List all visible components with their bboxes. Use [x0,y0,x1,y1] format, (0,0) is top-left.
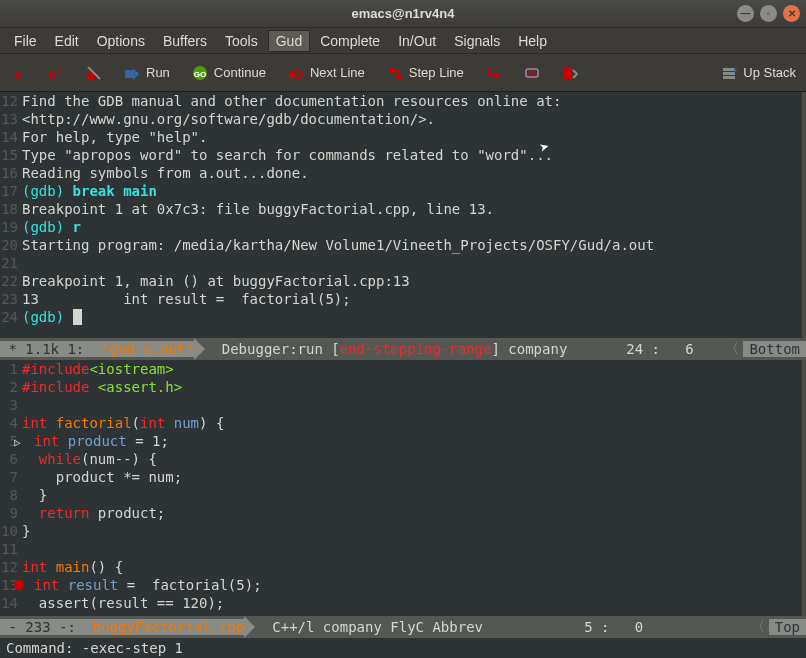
tb-finish[interactable] [486,65,502,81]
tb-break[interactable]: p [10,65,26,81]
tb-run[interactable]: Run [124,65,170,81]
menu-signals[interactable]: Signals [446,30,508,52]
tb-watch[interactable] [524,65,540,81]
tb-upstack[interactable]: Up Stack [721,65,796,81]
finish-icon [486,65,502,81]
tb-remove-break[interactable] [86,65,102,81]
remove-bp-icon [86,65,102,81]
gud-buffer[interactable]: 12Find the GDB manual and other document… [0,92,806,338]
print-icon [562,65,578,81]
breakpoint-icon[interactable] [14,580,24,590]
menu-help[interactable]: Help [510,30,555,52]
menu-buffers[interactable]: Buffers [155,30,215,52]
svg-rect-11 [723,72,735,75]
svg-rect-5 [389,68,394,73]
buffer-name-source: buggyFactorial.cpp [93,619,245,635]
next-icon [288,65,304,81]
upstack-label: Up Stack [743,65,796,80]
tb-next[interactable]: Next Line [288,65,365,81]
toolbar: p p* Run GO Continue Next Line Step Line… [0,54,806,92]
svg-text:GO: GO [194,70,206,79]
svg-rect-9 [564,67,572,79]
menu-complete[interactable]: Complete [312,30,388,52]
buffer-name: *gud-a.out* [101,341,194,357]
source-buffer[interactable]: 1#include<iostream> 2#include <assert.h>… [0,360,806,616]
cursor [73,309,82,325]
svg-rect-4 [290,71,296,77]
svg-rect-10 [723,68,735,71]
menubar: File Edit Options Buffers Tools Gud Comp… [0,28,806,54]
svg-rect-12 [723,76,735,79]
tb-tbreak[interactable]: p* [48,65,64,81]
svg-point-8 [530,71,534,75]
minimize-button[interactable]: — [737,5,754,22]
menu-file[interactable]: File [6,30,45,52]
window-titlebar: emacs@n1rv4n4 — ▫ ✕ [0,0,806,28]
run-icon [124,65,140,81]
continue-label: Continue [214,65,266,80]
step-icon [387,65,403,81]
watch-icon [524,65,540,81]
tb-continue[interactable]: GO Continue [192,65,266,81]
step-label: Step Line [409,65,464,80]
modeline-source[interactable]: - 233 -: buggyFactorial.cpp C++/l compan… [0,616,806,638]
current-line-arrow: ▷ [14,434,21,452]
menu-tools[interactable]: Tools [217,30,266,52]
menu-gud[interactable]: Gud [268,30,310,52]
continue-icon: GO [192,65,208,81]
tb-print[interactable] [562,65,578,81]
svg-rect-1 [125,70,133,78]
window-title: emacs@n1rv4n4 [351,6,454,21]
run-label: Run [146,65,170,80]
maximize-button[interactable]: ▫ [760,5,777,22]
upstack-icon [721,65,737,81]
next-label: Next Line [310,65,365,80]
menu-edit[interactable]: Edit [47,30,87,52]
modeline-gud[interactable]: * 1.1k 1: *gud-a.out* Debugger:run [end-… [0,338,806,360]
close-button[interactable]: ✕ [783,5,800,22]
menu-inout[interactable]: In/Out [390,30,444,52]
menu-options[interactable]: Options [89,30,153,52]
minibuffer[interactable]: Command: -exec-step 1 [0,638,806,658]
tb-step[interactable]: Step Line [387,65,464,81]
